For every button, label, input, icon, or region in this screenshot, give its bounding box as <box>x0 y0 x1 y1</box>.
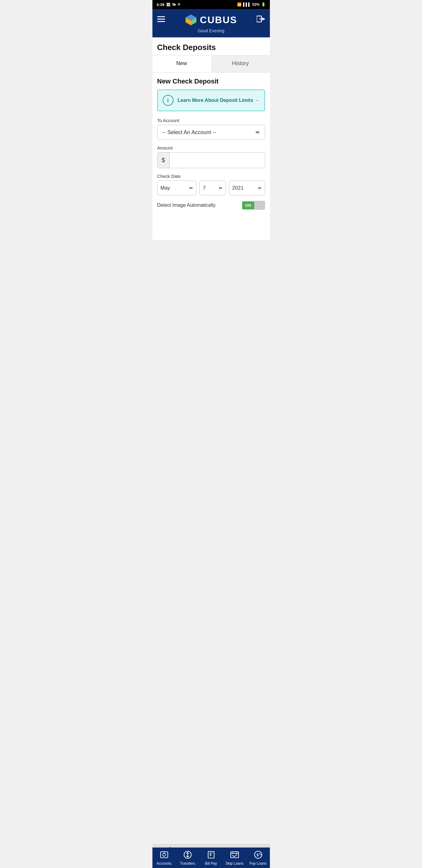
date-row: May January February March April June Ju… <box>157 181 265 195</box>
page-title-bar: Check Deposits <box>153 37 270 56</box>
photo-icon: 🖼 <box>166 2 170 7</box>
month-select[interactable]: May January February March April June Ju… <box>157 181 197 195</box>
detect-image-label: Detect Image Automatically <box>157 203 216 208</box>
battery-percent: 52% <box>252 2 259 7</box>
tabs-container: New History <box>153 56 270 73</box>
amount-label: Amount <box>157 145 265 150</box>
status-bar: 4:39 🖼 🛍 ✕ 📶 ▌▌▌ 52% 🔋 <box>153 0 270 9</box>
bag-icon: 🛍 <box>172 2 175 7</box>
status-indicators: 📶 ▌▌▌ 52% 🔋 <box>237 2 266 7</box>
wifi-icon: 📶 <box>237 2 241 7</box>
header-top-row: CUBUS <box>157 13 265 27</box>
amount-group: Amount $ <box>157 145 265 168</box>
detect-image-toggle[interactable]: ON <box>242 201 265 210</box>
svg-rect-2 <box>157 21 165 22</box>
time-display: 4:39 <box>157 2 164 7</box>
app-name: CUBUS <box>200 14 237 26</box>
page-title: Check Deposits <box>157 43 265 52</box>
form-section-title: New Check Deposit <box>157 78 265 85</box>
to-account-group: To Account -- Select An Account -- <box>157 118 265 140</box>
info-icon: i <box>163 95 173 106</box>
toggle-off-area[interactable] <box>254 201 265 210</box>
detect-image-row: Detect Image Automatically ON <box>157 201 265 210</box>
account-select[interactable]: -- Select An Account -- <box>157 125 265 140</box>
logout-button[interactable] <box>257 16 265 24</box>
menu-button[interactable] <box>157 16 165 24</box>
tab-new[interactable]: New <box>153 56 211 72</box>
check-date-label: Check Date <box>157 174 265 179</box>
app-header: CUBUS Good Evening <box>153 9 270 37</box>
day-select[interactable]: 7 1234 568910 <box>199 181 226 195</box>
signal-icon: ▌▌▌ <box>243 2 251 7</box>
svg-rect-0 <box>157 16 165 17</box>
check-date-group: Check Date May January February March Ap… <box>157 174 265 195</box>
to-account-label: To Account <box>157 118 265 123</box>
main-content: New Check Deposit i Learn More About Dep… <box>153 73 270 240</box>
greeting-text: Good Evening <box>198 28 224 35</box>
status-time: 4:39 🖼 🛍 ✕ <box>157 2 181 7</box>
year-select[interactable]: 2021 2019 2020 2022 <box>229 181 265 195</box>
close-icon: ✕ <box>177 2 181 7</box>
tab-history[interactable]: History <box>211 56 270 72</box>
amount-input[interactable] <box>170 153 265 168</box>
toggle-on-label[interactable]: ON <box>242 201 254 210</box>
deposit-limits-link[interactable]: Learn More About Deposit Limits → <box>178 98 259 103</box>
battery-icon: 🔋 <box>261 2 266 7</box>
currency-symbol: $ <box>158 153 170 168</box>
app-logo: CUBUS <box>184 13 237 27</box>
amount-wrapper: $ <box>157 152 265 168</box>
deposit-limits-banner[interactable]: i Learn More About Deposit Limits → <box>157 90 265 111</box>
svg-rect-1 <box>157 19 165 20</box>
